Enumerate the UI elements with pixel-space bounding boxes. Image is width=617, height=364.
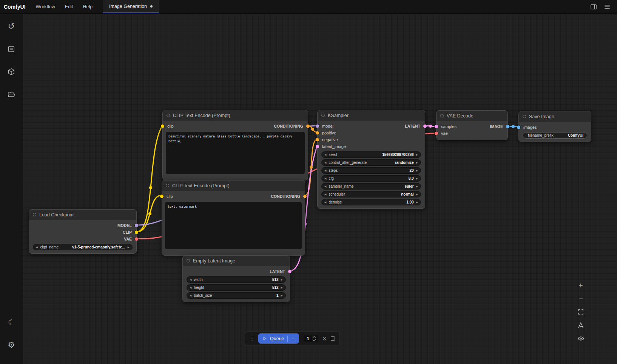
node-title-bar[interactable]: Load Checkpoint — [29, 210, 136, 220]
widget-scheduler[interactable]: ◀ scheduler normal ▶ — [321, 191, 421, 197]
menu-workflow[interactable]: Workflow — [31, 0, 60, 13]
node-empty-latent-image[interactable]: Empty Latent Image LATENT ◀ width 512 ▶ … — [182, 255, 290, 302]
decrement-icon[interactable]: ◀ — [324, 169, 326, 172]
menu-help[interactable]: Help — [78, 0, 97, 13]
collapse-dot-icon[interactable] — [321, 114, 325, 117]
stepper-down-icon[interactable] — [312, 339, 316, 341]
decrement-icon[interactable]: ◀ — [324, 161, 326, 164]
widget-width[interactable]: ◀ width 512 ▶ — [187, 276, 286, 283]
decrement-icon[interactable]: ◀ — [324, 185, 326, 188]
tab-image-generation[interactable]: Image Generation — [103, 0, 159, 13]
history-icon[interactable]: ↺ — [3, 18, 20, 35]
panel-toggle-icon[interactable] — [588, 2, 599, 12]
input-port-clip[interactable] — [160, 195, 164, 198]
decrement-icon[interactable]: ◀ — [324, 193, 326, 196]
input-port-latent-image[interactable] — [316, 145, 319, 148]
output-port-vae[interactable] — [135, 238, 138, 241]
widget-control-after-generate[interactable]: ◀ control_after_generate randomize ▶ — [321, 159, 421, 166]
zoom-in-icon[interactable]: + — [576, 281, 585, 290]
increment-icon[interactable]: ▶ — [416, 193, 418, 196]
fit-view-icon[interactable] — [576, 307, 585, 316]
decrement-icon[interactable]: ◀ — [190, 278, 191, 281]
toggle-link-visibility-icon[interactable] — [576, 334, 585, 343]
decrement-icon[interactable]: ◀ — [324, 177, 326, 180]
input-port-negative[interactable] — [316, 138, 319, 142]
collapse-dot-icon[interactable] — [187, 259, 190, 262]
output-port-conditioning[interactable] — [303, 195, 307, 198]
settings-gear-icon[interactable]: ⚙ — [3, 337, 20, 353]
node-load-checkpoint[interactable]: Load Checkpoint MODEL CLIP VAE ◀ ckpt_na… — [29, 209, 137, 254]
widget-denoise[interactable]: ◀ denoise 1.00 ▶ — [321, 199, 421, 205]
increment-icon[interactable]: ▶ — [281, 286, 283, 289]
increment-icon[interactable]: ▶ — [281, 294, 283, 297]
pan-mode-icon[interactable] — [576, 321, 585, 330]
model-library-icon[interactable] — [3, 63, 20, 80]
node-clip-text-encode-negative[interactable]: CLIP Text Encode (Prompt) clip CONDITION… — [162, 180, 305, 256]
increment-icon[interactable]: ▶ — [416, 169, 418, 172]
workflows-list-icon[interactable] — [3, 41, 20, 57]
node-title-bar[interactable]: KSampler — [318, 110, 425, 121]
collapse-dot-icon[interactable] — [523, 115, 526, 118]
node-title-bar[interactable]: CLIP Text Encode (Prompt) — [162, 180, 305, 191]
widget-filename-prefix[interactable]: filename_prefix ComfyUI — [523, 132, 587, 139]
input-port-clip[interactable] — [161, 125, 164, 128]
node-title-bar[interactable]: VAE Decode — [437, 111, 507, 121]
decrement-icon[interactable]: ◀ — [190, 294, 191, 297]
prompt-textarea[interactable]: beautiful scenery nature glass bottle la… — [166, 132, 305, 174]
increment-icon[interactable]: ▶ — [416, 177, 418, 180]
collapse-dot-icon[interactable] — [167, 114, 170, 117]
batch-count-value[interactable]: 1 — [306, 336, 310, 341]
output-port-latent[interactable] — [288, 270, 292, 273]
queue-button[interactable]: Queue — [258, 333, 299, 344]
decrement-icon[interactable]: ◀ — [36, 246, 38, 248]
collapse-dot-icon[interactable] — [440, 114, 444, 117]
widget-height[interactable]: ◀ height 512 ▶ — [187, 284, 286, 291]
prompt-textarea[interactable]: text, watermark — [165, 202, 302, 249]
open-folder-icon[interactable] — [3, 86, 20, 103]
output-port-model[interactable] — [135, 224, 138, 227]
output-port-clip[interactable] — [135, 231, 138, 234]
input-port-model[interactable] — [316, 125, 319, 128]
node-save-image[interactable]: Save Image images filename_prefix ComfyU… — [518, 111, 591, 142]
widget-sampler-name[interactable]: ◀ sampler_name euler ▶ — [321, 183, 421, 190]
node-title-bar[interactable]: Empty Latent Image — [183, 256, 290, 266]
collapse-dot-icon[interactable] — [33, 213, 36, 216]
stop-icon[interactable] — [331, 336, 335, 341]
input-port-samples[interactable] — [435, 125, 438, 128]
increment-icon[interactable]: ▶ — [416, 153, 418, 156]
zoom-out-icon[interactable]: − — [576, 294, 585, 303]
widget-batch-size[interactable]: ◀ batch_size 1 ▶ — [187, 292, 286, 299]
drag-handle-icon[interactable]: ⋮ — [250, 336, 254, 341]
batch-count-field[interactable]: 1 — [304, 335, 318, 342]
decrement-icon[interactable]: ◀ — [190, 286, 191, 289]
widget-cfg[interactable]: ◀ cfg 8.0 ▶ — [321, 175, 421, 182]
menu-edit[interactable]: Edit — [60, 0, 78, 13]
increment-icon[interactable]: ▶ — [416, 185, 418, 188]
node-title-bar[interactable]: Save Image — [519, 111, 591, 122]
stepper-up-icon[interactable] — [312, 336, 316, 338]
widget-seed[interactable]: ◀ seed 156680208700286 ▶ — [321, 151, 421, 158]
hamburger-menu-icon[interactable] — [602, 2, 612, 12]
decrement-icon[interactable]: ◀ — [324, 153, 326, 156]
increment-icon[interactable]: ▶ — [416, 161, 418, 164]
increment-icon[interactable]: ▶ — [281, 278, 283, 281]
input-port-positive[interactable] — [316, 131, 319, 135]
node-ksampler[interactable]: KSampler model LATENT positive negative … — [317, 110, 425, 209]
widget-steps[interactable]: ◀ steps 20 ▶ — [321, 167, 421, 174]
collapse-dot-icon[interactable] — [166, 184, 169, 187]
node-vae-decode[interactable]: VAE Decode samples IMAGE vae — [436, 110, 508, 140]
node-canvas[interactable]: Load Checkpoint MODEL CLIP VAE ◀ ckpt_na… — [23, 14, 617, 364]
decrement-icon[interactable]: ◀ — [324, 201, 326, 204]
output-port-conditioning[interactable] — [306, 125, 310, 128]
input-port-images[interactable] — [517, 126, 520, 129]
increment-icon[interactable]: ▶ — [416, 201, 418, 204]
output-port-image[interactable] — [506, 125, 509, 128]
node-clip-text-encode-positive[interactable]: CLIP Text Encode (Prompt) clip CONDITION… — [162, 110, 308, 180]
theme-toggle-icon[interactable]: ☾ — [3, 314, 20, 331]
widget-ckpt-name[interactable]: ◀ ckpt_name v1-5-pruned-emaonly.safete..… — [33, 244, 133, 250]
increment-icon[interactable]: ▶ — [128, 246, 130, 248]
output-port-latent[interactable] — [423, 125, 427, 128]
clear-queue-icon[interactable]: × — [323, 335, 327, 342]
input-port-vae[interactable] — [435, 132, 438, 135]
node-title-bar[interactable]: CLIP Text Encode (Prompt) — [163, 110, 308, 121]
